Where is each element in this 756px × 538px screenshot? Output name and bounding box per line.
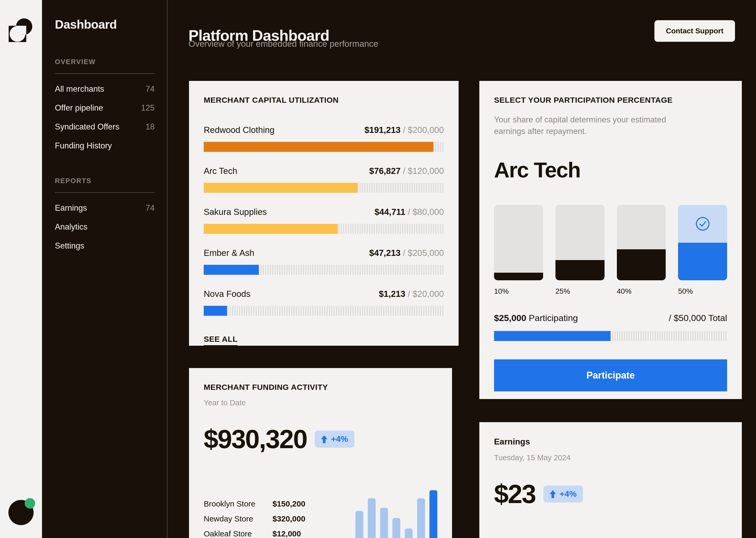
sidebar-section-overview-label: OVERVIEW bbox=[55, 58, 155, 66]
participation-card-title: SELECT YOUR PARTICIPATION PERCENTAGE bbox=[494, 96, 727, 105]
earnings-card-title: Earnings bbox=[494, 437, 727, 447]
sidebar-item-settings[interactable]: Settings bbox=[55, 237, 155, 255]
merchant-name: Arc Tech bbox=[204, 166, 237, 176]
chart-bar bbox=[393, 518, 400, 538]
sidebar-item-count: 18 bbox=[146, 122, 155, 132]
option-label: 25% bbox=[555, 287, 604, 296]
option-bar bbox=[617, 205, 666, 280]
check-circle-icon bbox=[695, 216, 710, 231]
utilization-fill bbox=[204, 306, 227, 316]
capital-rows: Redwood Clothing $191,213 / $200,000 Arc… bbox=[204, 125, 444, 316]
used-amount: $191,213 bbox=[364, 125, 401, 135]
store-name: Oakleaf Store bbox=[204, 529, 272, 538]
store-value: $320,000 bbox=[272, 514, 305, 523]
app-logo-icon[interactable] bbox=[8, 17, 34, 44]
participating-amount: $25,000 bbox=[494, 313, 526, 323]
total-amount: / $205,000 bbox=[403, 248, 444, 258]
left-rail bbox=[0, 0, 42, 538]
chart-bar bbox=[405, 528, 413, 538]
option-fill bbox=[555, 260, 604, 280]
sidebar-item-label: Syndicated Offers bbox=[55, 122, 119, 132]
chart-bar bbox=[380, 508, 388, 538]
sidebar-item-all-merchants[interactable]: All merchants 74 bbox=[55, 80, 155, 98]
option-10-percent[interactable]: 10% bbox=[494, 205, 543, 296]
sidebar-item-label: All merchants bbox=[55, 84, 104, 94]
used-amount: $47,213 bbox=[369, 248, 401, 258]
funding-mini-bar-chart bbox=[355, 490, 437, 538]
sidebar-item-count: 125 bbox=[141, 103, 155, 113]
total-amount: / $120,000 bbox=[403, 166, 444, 176]
online-status-dot bbox=[25, 498, 35, 509]
sidebar-title: Dashboard bbox=[55, 17, 155, 31]
funding-card-title: MERCHANT FUNDING ACTIVITY bbox=[204, 383, 437, 392]
sidebar-item-earnings[interactable]: Earnings 74 bbox=[55, 198, 155, 218]
sidebar: Dashboard OVERVIEW All merchants 74 Offe… bbox=[42, 0, 167, 538]
participation-total: / $50,000 Total bbox=[669, 313, 727, 323]
see-all-link[interactable]: SEE ALL bbox=[204, 335, 238, 346]
participation-summary: $25,000 Participating / $50,000 Total bbox=[494, 313, 727, 323]
option-fill bbox=[494, 273, 543, 280]
sidebar-divider bbox=[55, 73, 155, 74]
store-value: $12,000 bbox=[272, 529, 301, 538]
store-name: Newday Store bbox=[204, 514, 272, 523]
chart-bar bbox=[417, 498, 425, 538]
option-label: 50% bbox=[678, 287, 727, 296]
chart-bar-highlighted bbox=[429, 490, 437, 538]
capital-row-ember-ash: Ember & Ash $47,213 / $205,000 bbox=[204, 248, 444, 275]
funding-delta: +4% bbox=[331, 434, 348, 444]
used-amount: $1,213 bbox=[379, 289, 405, 299]
option-25-percent[interactable]: 25% bbox=[555, 205, 604, 296]
participation-options: 10% 25% 40% bbox=[494, 205, 727, 296]
option-50-percent-selected[interactable]: 50% bbox=[678, 205, 727, 296]
option-bar bbox=[678, 205, 727, 280]
sidebar-item-label: Settings bbox=[55, 241, 84, 250]
arrow-up-icon bbox=[321, 435, 327, 443]
store-row-oakleaf: Oakleaf Store $12,000 bbox=[204, 529, 305, 538]
sidebar-reports-list: Earnings 74 Analytics Settings bbox=[55, 198, 155, 255]
store-name: Brooklyn Store bbox=[204, 499, 272, 508]
chart-bar bbox=[368, 498, 376, 538]
option-label: 10% bbox=[494, 287, 543, 296]
page-subtitle: Overview of your embedded finance perfor… bbox=[188, 39, 378, 49]
utilization-track bbox=[204, 306, 444, 316]
utilization-fill bbox=[204, 183, 357, 193]
funding-period: Year to Date bbox=[204, 399, 437, 407]
capital-row-sakura: Sakura Supplies $44,711 / $80,000 bbox=[204, 207, 444, 234]
option-fill bbox=[678, 243, 727, 281]
capital-card-title: MERCHANT CAPITAL UTILIZATION bbox=[204, 96, 444, 105]
capital-row-nova-foods: Nova Foods $1,213 / $20,000 bbox=[204, 289, 444, 316]
sidebar-item-offer-pipeline[interactable]: Offer pipeline 125 bbox=[55, 98, 155, 117]
participate-button[interactable]: Participate bbox=[494, 359, 727, 392]
sidebar-section-reports-label: REPORTS bbox=[55, 177, 155, 185]
store-value: $150,200 bbox=[272, 499, 305, 508]
merchant-name: Sakura Supplies bbox=[204, 207, 267, 217]
sidebar-item-label: Offer pipeline bbox=[55, 103, 103, 113]
capital-row-arc-tech: Arc Tech $76,827 / $120,000 bbox=[204, 166, 444, 193]
funding-activity-card: MERCHANT FUNDING ACTIVITY Year to Date $… bbox=[189, 368, 452, 538]
option-label: 40% bbox=[617, 287, 666, 296]
sidebar-item-count: 74 bbox=[146, 203, 155, 213]
participation-progress-track bbox=[494, 331, 727, 341]
store-row-brooklyn: Brooklyn Store $150,200 bbox=[204, 499, 305, 514]
store-list: Brooklyn Store $150,200 Newday Store $32… bbox=[204, 499, 305, 538]
option-40-percent[interactable]: 40% bbox=[617, 205, 666, 296]
participation-card: SELECT YOUR PARTICIPATION PERCENTAGE You… bbox=[479, 81, 742, 399]
user-avatar[interactable] bbox=[8, 500, 34, 525]
participating-label: Participating bbox=[526, 313, 578, 323]
contact-support-button[interactable]: Contact Support bbox=[654, 20, 735, 42]
sidebar-item-funding-history[interactable]: Funding History bbox=[55, 136, 155, 155]
total-amount: / $20,000 bbox=[408, 289, 444, 299]
earnings-delta-badge: +4% bbox=[543, 485, 583, 503]
used-amount: $44,711 bbox=[375, 207, 405, 217]
sidebar-item-syndicated-offers[interactable]: Syndicated Offers 18 bbox=[55, 117, 155, 136]
utilization-fill bbox=[204, 265, 259, 275]
capital-row-redwood: Redwood Clothing $191,213 / $200,000 bbox=[204, 125, 444, 152]
sidebar-item-label: Analytics bbox=[55, 222, 87, 232]
main-content: Platform Dashboard Overview of your embe… bbox=[168, 0, 756, 538]
sidebar-item-analytics[interactable]: Analytics bbox=[55, 218, 155, 237]
option-fill bbox=[617, 249, 666, 280]
sidebar-item-label: Earnings bbox=[55, 203, 87, 213]
funding-total: $930,320 bbox=[204, 424, 307, 454]
earnings-delta: +4% bbox=[560, 489, 577, 499]
used-amount: $76,827 bbox=[369, 166, 401, 176]
